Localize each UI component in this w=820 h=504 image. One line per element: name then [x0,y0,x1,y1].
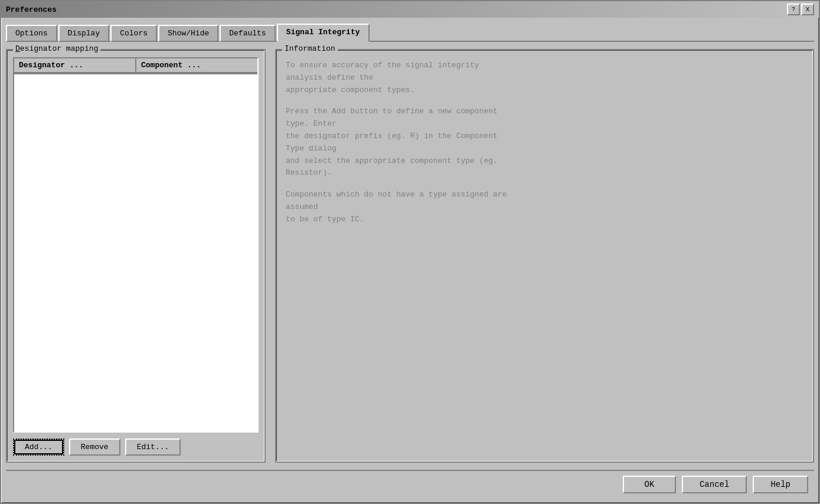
edit-button[interactable]: Edit... [125,438,181,456]
group-box-label: Designator mapping [13,44,100,53]
right-panel: Information To ensure accuracy of the si… [275,49,814,463]
preferences-window: Preferences ? X Options Display Colors S… [0,0,820,504]
tab-options[interactable]: Options [6,25,57,42]
tab-colors[interactable]: Colors [110,25,157,42]
help-button[interactable]: ? [787,4,800,15]
information-label: Information [282,44,338,53]
close-button[interactable]: X [801,4,814,15]
designator-table[interactable]: Designator ... Component ... [13,57,259,433]
tab-display[interactable]: Display [58,25,110,42]
window-content: Options Display Colors Show/Hide Default… [1,18,819,503]
cancel-button[interactable]: Cancel [682,476,747,493]
table-body [14,74,257,431]
info-para-3: Components which do not have a type assi… [286,189,803,225]
info-para-1: To ensure accuracy of the signal integri… [286,60,803,96]
buttons-row: Add... Remove Edit... [13,438,259,456]
help-bottom-button[interactable]: Help [753,476,808,493]
title-bar-buttons: ? X [787,4,814,15]
tab-showhide[interactable]: Show/Hide [158,25,218,42]
bottom-bar: OK Cancel Help [6,470,814,498]
information-group: Information To ensure accuracy of the si… [275,49,814,463]
main-content: Designator mapping Designator ... Compon… [6,47,814,465]
left-panel: Designator mapping Designator ... Compon… [6,49,266,463]
remove-button[interactable]: Remove [69,438,120,456]
add-button[interactable]: Add... [13,438,64,456]
col-component: Component ... [136,58,257,73]
tab-signal-integrity[interactable]: Signal Integrity [277,24,370,42]
title-bar: Preferences ? X [1,1,819,18]
tab-defaults[interactable]: Defaults [220,25,275,42]
info-para-2: Press the Add button to define a new com… [286,106,803,179]
designator-mapping-group: Designator mapping Designator ... Compon… [6,49,266,463]
information-text: To ensure accuracy of the signal integri… [286,60,803,226]
window-title: Preferences [6,5,57,14]
ok-button[interactable]: OK [623,476,676,493]
table-header: Designator ... Component ... [14,58,257,74]
col-designator: Designator ... [14,58,136,73]
tabs-bar: Options Display Colors Show/Hide Default… [6,22,814,42]
